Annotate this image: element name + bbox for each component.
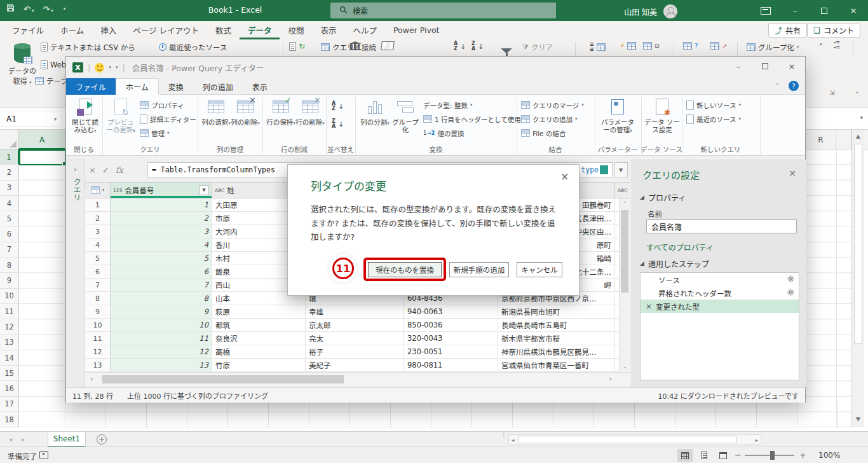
- delete-step-icon[interactable]: ×: [646, 302, 652, 311]
- new-sheet-icon[interactable]: +: [97, 434, 107, 445]
- row-header-17[interactable]: 17: [0, 397, 19, 412]
- pq-tab-ファイル[interactable]: ファイル: [66, 78, 116, 95]
- zoom-in-icon[interactable]: +: [799, 450, 806, 460]
- cell-member-number[interactable]: 6: [111, 265, 212, 278]
- what-if-icon[interactable]: ?: [683, 42, 698, 50]
- data-type-button[interactable]: データ型: 整数▾: [423, 99, 472, 111]
- sheet-nav-prev-icon[interactable]: ◂: [9, 436, 12, 443]
- cell-member-number[interactable]: 1: [111, 198, 212, 211]
- cell-member-number[interactable]: 3: [111, 225, 212, 238]
- row-header-12[interactable]: 12: [0, 319, 19, 335]
- remove-duplicates-icon[interactable]: ⊟: [643, 42, 660, 50]
- ribbon-display-options-icon[interactable]: [751, 0, 780, 21]
- scroll-left-icon[interactable]: ‹: [90, 375, 93, 383]
- cell-sei[interactable]: 奈良沢: [212, 332, 306, 345]
- excel-tab-ヘルプ[interactable]: ヘルプ: [344, 21, 385, 39]
- row-number[interactable]: 11: [85, 332, 111, 345]
- cell-address[interactable]: 新潟県長岡市旭町: [498, 305, 615, 318]
- scroll-thumb[interactable]: [854, 144, 862, 344]
- cell-member-number[interactable]: 2: [111, 212, 212, 225]
- all-properties-link[interactable]: すべてのプロパティ: [646, 242, 714, 252]
- row-header-14[interactable]: 14: [0, 350, 19, 366]
- row-header-13[interactable]: 13: [0, 335, 19, 350]
- select-all-corner[interactable]: [0, 130, 19, 149]
- row-header-9[interactable]: 9: [0, 273, 19, 288]
- clear-filter-button[interactable]: ⧩クリア: [522, 42, 553, 52]
- row-header-10[interactable]: 10: [0, 289, 19, 304]
- pq-tab-表示[interactable]: 表示: [243, 78, 277, 95]
- page-break-view-button[interactable]: [715, 449, 731, 462]
- row-number[interactable]: 8: [85, 292, 111, 305]
- cell-member-number[interactable]: 7: [111, 279, 212, 291]
- row-header-11[interactable]: 11: [0, 304, 19, 319]
- cell-address[interactable]: 神奈川県横浜市鶴見区鶴見…: [498, 345, 615, 358]
- replace-values-button[interactable]: 1⇢2値の置換: [423, 127, 464, 139]
- row-header-5[interactable]: 5: [0, 211, 19, 226]
- pq-tab-列の追加[interactable]: 列の追加: [193, 78, 243, 95]
- excel-tab-挿入[interactable]: 挿入: [92, 21, 125, 39]
- split-column-button[interactable]: 列の分割▾: [360, 97, 390, 146]
- excel-tab-Power Pivot[interactable]: Power Pivot: [385, 21, 447, 39]
- combine-files-button[interactable]: File の結合: [521, 127, 566, 139]
- cell-postal[interactable]: 320-0043: [404, 332, 498, 345]
- manage-parameters-button[interactable]: パラメーターの管理▾: [599, 97, 637, 146]
- cell-sei[interactable]: 高橋: [212, 345, 306, 358]
- sort-descending-icon[interactable]: ZA↓: [332, 118, 344, 130]
- normal-view-button[interactable]: [677, 449, 693, 462]
- manage-button[interactable]: 管理▾: [140, 127, 170, 139]
- cell-mei[interactable]: 亮太: [306, 332, 404, 345]
- subtotal-icon[interactable]: -=-=: [834, 40, 840, 50]
- cell-mei[interactable]: 美紀子: [306, 359, 404, 371]
- scroll-up-icon[interactable]: ⌃: [620, 201, 630, 207]
- new-source-button[interactable]: 新しいソース▾: [686, 99, 741, 111]
- scroll-thumb[interactable]: [621, 210, 628, 293]
- formula-bar-expand-icon[interactable]: ▾: [860, 114, 863, 121]
- refresh-preview-button[interactable]: ↻ プレビューの更新▾: [105, 97, 136, 146]
- queries-pane-collapsed[interactable]: › クエリ: [66, 160, 85, 387]
- cells-column-a[interactable]: [19, 149, 65, 427]
- expand-queries-icon[interactable]: ›: [66, 165, 85, 174]
- remove-rows-button[interactable]: ✕ 行の削除▾: [295, 97, 325, 146]
- sort-asc-icon[interactable]: AZ↓: [454, 41, 466, 52]
- page-layout-view-button[interactable]: [696, 449, 712, 462]
- scroll-left-icon[interactable]: ◂: [512, 437, 515, 443]
- applied-step[interactable]: 昇格されたヘッダー数: [641, 286, 799, 300]
- cells-bottom[interactable]: [65, 403, 851, 427]
- cell-member-number[interactable]: 13: [111, 359, 212, 371]
- properties-section-header[interactable]: プロパティ: [640, 192, 686, 203]
- excel-vertical-scrollbar[interactable]: ▲ ▼: [851, 130, 864, 427]
- cancel-button[interactable]: キャンセル: [517, 262, 562, 277]
- excel-tab-校閲[interactable]: 校閲: [280, 21, 312, 39]
- stocks-datatype-icon[interactable]: [349, 41, 361, 50]
- pq-tab-ホーム[interactable]: ホーム: [116, 78, 159, 95]
- search-input[interactable]: 検索: [330, 3, 556, 18]
- scroll-right-icon[interactable]: ▸: [755, 437, 758, 443]
- confirm-formula-icon[interactable]: ✓: [102, 165, 109, 175]
- pq-minimize-button[interactable]: –: [725, 57, 752, 76]
- row-header-1[interactable]: 1: [0, 149, 19, 165]
- zoom-level[interactable]: 100%: [818, 451, 840, 460]
- flash-fill-icon[interactable]: ⚡: [620, 41, 636, 50]
- cell-mei[interactable]: 幸雄: [306, 305, 404, 318]
- choose-columns-button[interactable]: 列の選択▾: [201, 97, 231, 146]
- sheet-nav-next-icon[interactable]: ▸: [22, 436, 25, 443]
- advanced-editor-button[interactable]: 詳細エディター: [140, 113, 196, 125]
- group-by-button[interactable]: グループ化: [390, 97, 421, 146]
- quick-access-caret-icon[interactable]: ▾: [64, 6, 66, 11]
- restore-button[interactable]: [810, 0, 839, 21]
- avatar[interactable]: [663, 4, 677, 18]
- merge-queries-button[interactable]: クエリのマージ▾: [521, 99, 584, 111]
- applied-steps-section-header[interactable]: 適用したステップ: [640, 258, 709, 269]
- row-header-2[interactable]: 2: [0, 165, 19, 180]
- scroll-right-icon[interactable]: ›: [609, 375, 612, 383]
- from-table-button[interactable]: テーブ: [35, 76, 68, 86]
- from-text-csv-button[interactable]: テキストまたは CSV から: [41, 42, 135, 52]
- properties-button[interactable]: プロパティ: [140, 99, 184, 111]
- recent-sources-button[interactable]: 最近のソース▾: [686, 113, 741, 125]
- user-name[interactable]: 山田 知美: [624, 6, 657, 17]
- close-button[interactable]: ×: [839, 0, 868, 21]
- help-icon[interactable]: ?: [789, 81, 799, 91]
- row-header-6[interactable]: 6: [0, 226, 19, 242]
- recent-sources-button[interactable]: 最近使ったソース: [159, 42, 227, 52]
- pq-horizontal-scrollbar[interactable]: ‹ ›: [85, 372, 630, 386]
